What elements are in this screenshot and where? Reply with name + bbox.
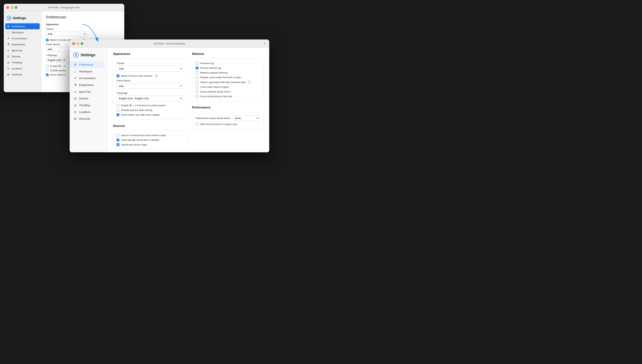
w2-sources-title: Sources [113,124,187,128]
w2-search-anon-label: Search in anonymous and content scripts [121,134,166,137]
w2-generate-har-label: Allow to generate HAR with sensitive dat… [200,81,246,84]
w1-match-chrome-checkbox[interactable] [46,39,49,41]
w1-nav-ignore-list[interactable]: ≡ Ignore list [4,48,41,54]
w2-color-code-checkbox[interactable] [196,86,198,88]
w2-performance-section: Performance Flamechart mouse wheel actio… [192,106,264,129]
w1-nav-workspace[interactable]: □ Workspace [4,29,41,35]
w2-js-source-maps-checkbox[interactable] [117,143,119,146]
window1-titlebar: DevTools - www.google.com/ [4,4,124,11]
w2-nav-ignore-list[interactable]: ≡ Ignore list [70,88,107,95]
w2-appearance-box: Theme: Auto Match Chrome color scheme ? … [113,58,187,120]
w2-match-chrome-label: Match Chrome color scheme [121,74,152,77]
w1-sidebar: ⚙ Settings ⚙ Preferences □ Workspace ✦ A… [4,11,41,92]
w1-ignore-icon: ≡ [7,49,10,52]
w2-record-network-checkbox[interactable] [196,66,198,70]
maximize-traffic-light[interactable] [15,6,17,9]
w1-disable-paused-checkbox[interactable] [46,69,49,72]
w2-network-section: Network Preserve log Record network log [192,52,264,101]
w1-sidebar-title: ⚙ Settings [4,14,41,23]
w2-close-traffic-light[interactable] [72,42,75,45]
w2-preserve-log-label: Preserve log [200,62,214,65]
w1-nav-locations[interactable]: ⊙ Locations [4,66,41,72]
w1-enable-shortcut-checkbox[interactable] [46,65,49,68]
w2-match-chrome-help-icon: ? [155,74,158,77]
w2-flamechart-row: Flamechart mouse wheel action: Zoom [196,116,260,121]
w1-enable-shortcut-label: Enable ⌘ + 1- [50,65,66,68]
w1-nav-throttling[interactable]: ◎ Throttling [4,60,41,66]
w2-color-code-row: Color-code resource types [196,86,260,88]
w1-nav-experiments[interactable]: ⚗ Experiments [4,41,41,48]
w2-nav-shortcuts[interactable]: ⊟ Shortcuts [70,116,107,122]
w1-theme-select[interactable]: Auto [46,32,87,36]
w2-appearance-title: Appearance [113,52,187,56]
w2-sidebar: ⚙ Settings ⚙ Preferences □ Workspace ✦ A… [70,48,107,152]
window2-titlebar: DevTools - chrome://settings/ × [70,40,269,48]
w2-nav-preferences[interactable]: ⚙ Preferences [70,61,105,68]
w1-nav-shortcuts[interactable]: ⊟ Shortcuts [4,72,41,78]
w2-color-code-label: Color-code resource types [200,86,229,88]
close-traffic-light[interactable] [7,6,9,9]
w2-flamechart-label: Flamechart mouse wheel action: [196,117,231,120]
w2-hide-chrome-frame-label: Hide chrome frame in Layers view [200,123,237,126]
w2-search-anon-checkbox[interactable] [117,134,119,137]
window2-title: DevTools - chrome://settings/ [154,42,185,45]
w2-show-whats-new-row: Show what's new after each update [117,113,184,116]
w1-show-whats-new-checkbox[interactable] [46,74,49,76]
w2-force-ad-blocking-checkbox[interactable] [196,95,198,98]
w2-flamechart-select[interactable]: Zoom [233,116,260,121]
w2-shortcuts-icon: ⊟ [73,117,77,120]
w2-ignore-icon: ≡ [73,90,77,94]
w2-group-network-checkbox[interactable] [196,90,198,93]
w1-nav-devices[interactable]: ⊡ Devices [4,54,41,60]
w2-preferences-icon: ⚙ [73,63,77,66]
w2-match-chrome-row: Match Chrome color scheme ? [117,74,184,77]
w2-js-source-maps-row: JavaScript source maps [117,143,184,146]
w2-show-whats-new-checkbox[interactable] [117,113,119,116]
w2-nav-locations[interactable]: ⊙ Locations [70,109,107,116]
w1-theme-label: Theme: [46,28,120,30]
w2-disable-cache-checkbox[interactable] [196,76,198,79]
w2-minimize-traffic-light[interactable] [76,42,79,45]
w2-network-request-blocking-checkbox[interactable] [196,71,198,74]
w2-hide-chrome-frame-row: Hide chrome frame in Layers view [196,123,260,126]
w2-generate-har-checkbox[interactable] [196,81,198,84]
w2-ai-icon: ✦ [73,76,77,80]
w2-disable-paused-checkbox[interactable] [117,109,119,112]
w2-show-whats-new-label: Show what's new after each update [121,113,160,116]
w2-auto-reveal-checkbox[interactable] [117,138,119,142]
w2-record-network-row: Record network log [196,66,260,70]
w2-hide-chrome-frame-checkbox[interactable] [196,123,198,126]
w2-appearance-section: Appearance Theme: Auto Match Chrome colo… [113,52,187,120]
w2-panel-layout-select[interactable]: auto [117,83,184,89]
w2-nav-devices[interactable]: ⊡ Devices [70,95,107,102]
w2-nav-workspace[interactable]: □ Workspace [70,68,107,75]
w2-nav-throttling[interactable]: ◎ Throttling [70,102,107,109]
w2-generate-har-row: Allow to generate HAR with sensitive dat… [196,81,260,84]
w2-network-request-blocking-label: Network request blocking [200,71,228,74]
w2-enable-shortcut-checkbox[interactable] [117,104,119,107]
w2-auto-reveal-row: Automatically reveal files in sidebar [117,138,184,142]
window2-close-button[interactable]: × [263,42,266,46]
w2-preserve-log-checkbox[interactable] [196,62,198,65]
w1-workspace-icon: □ [7,31,10,34]
w2-maximize-traffic-light[interactable] [81,42,83,45]
w1-ai-icon: ✦ [7,37,10,40]
w1-content-title: Preferences [46,15,120,19]
w2-force-ad-blocking-label: Force ad blocking on this site [200,95,232,98]
w2-enable-shortcut-label: Enable ⌘ + 1-9 shortcut to switch panels [121,104,166,107]
window1-title: DevTools - www.google.com/ [48,6,80,9]
w2-experiments-icon: ⚗ [73,83,77,87]
w2-nav-ai-innovations[interactable]: ✦ AI innovations [70,75,107,82]
w2-theme-select[interactable]: Auto [117,66,184,72]
w1-disable-paused-label: Disable pause [50,69,66,72]
minimize-traffic-light[interactable] [11,6,13,9]
w2-language-select[interactable]: English (US) - English (US) [117,96,184,101]
w2-performance-box: Flamechart mouse wheel action: Zoom Hide… [192,112,264,129]
w1-throttling-icon: ◎ [7,61,10,64]
w2-match-chrome-checkbox[interactable] [117,74,119,77]
w2-devices-icon: ⊡ [73,97,77,100]
w2-group-network-row: Group network log by frame [196,90,260,93]
w1-nav-preferences[interactable]: ⚙ Preferences [5,23,40,29]
w1-nav-ai-innovations[interactable]: ✦ AI innovations [4,35,41,41]
w2-nav-experiments[interactable]: ⚗ Experiments [70,82,107,88]
